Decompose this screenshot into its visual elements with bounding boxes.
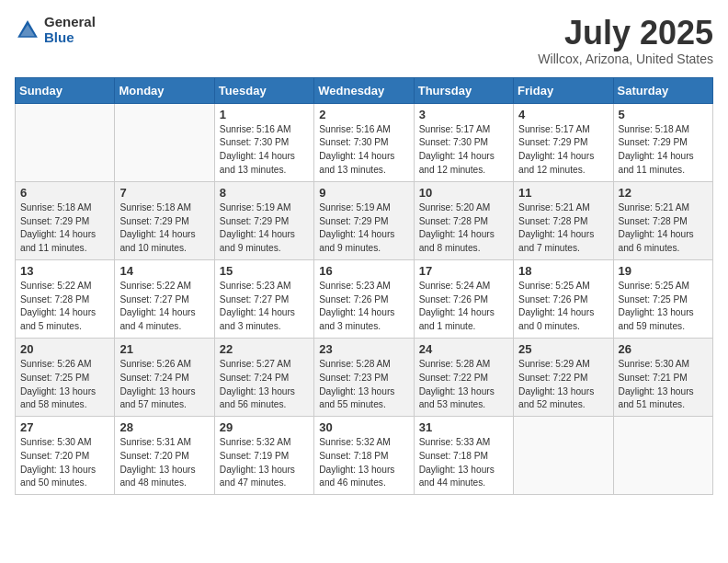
calendar-cell: 7Sunrise: 5:18 AM Sunset: 7:29 PM Daylig… — [115, 181, 214, 259]
day-info: Sunrise: 5:19 AM Sunset: 7:29 PM Dayligh… — [319, 201, 408, 256]
day-number: 28 — [119, 420, 209, 434]
day-info: Sunrise: 5:29 AM Sunset: 7:22 PM Dayligh… — [518, 358, 608, 412]
calendar-cell: 2Sunrise: 5:16 AM Sunset: 7:30 PM Daylig… — [314, 103, 414, 181]
day-number: 22 — [220, 342, 309, 356]
day-number: 18 — [518, 264, 608, 278]
calendar-week-row: 1Sunrise: 5:16 AM Sunset: 7:30 PM Daylig… — [16, 103, 713, 181]
day-number: 14 — [119, 264, 209, 278]
calendar-cell: 4Sunrise: 5:17 AM Sunset: 7:29 PM Daylig… — [514, 103, 613, 181]
day-number: 21 — [119, 342, 209, 356]
day-info: Sunrise: 5:25 AM Sunset: 7:26 PM Dayligh… — [518, 280, 608, 334]
day-info: Sunrise: 5:33 AM Sunset: 7:18 PM Dayligh… — [419, 436, 508, 490]
calendar-cell: 11Sunrise: 5:21 AM Sunset: 7:28 PM Dayli… — [514, 181, 613, 259]
day-number: 30 — [319, 420, 408, 434]
calendar-cell: 19Sunrise: 5:25 AM Sunset: 7:25 PM Dayli… — [613, 259, 712, 338]
day-info: Sunrise: 5:20 AM Sunset: 7:28 PM Dayligh… — [419, 201, 508, 256]
calendar-cell — [613, 417, 712, 495]
calendar-cell: 10Sunrise: 5:20 AM Sunset: 7:28 PM Dayli… — [414, 181, 513, 259]
calendar-header-monday: Monday — [115, 77, 214, 103]
location-text: Willcox, Arizona, United States — [538, 52, 713, 66]
day-number: 3 — [419, 108, 508, 121]
day-info: Sunrise: 5:21 AM Sunset: 7:28 PM Dayligh… — [518, 201, 608, 256]
day-info: Sunrise: 5:26 AM Sunset: 7:25 PM Dayligh… — [20, 358, 109, 412]
calendar-cell: 23Sunrise: 5:28 AM Sunset: 7:23 PM Dayli… — [314, 338, 414, 416]
day-number: 8 — [220, 186, 309, 200]
calendar-cell: 24Sunrise: 5:28 AM Sunset: 7:22 PM Dayli… — [414, 338, 513, 416]
page-header: General Blue July 2025 Willcox, Arizona,… — [15, 15, 713, 66]
day-number: 2 — [319, 108, 408, 121]
month-title: July 2025 — [538, 15, 713, 52]
day-number: 20 — [20, 342, 109, 356]
day-info: Sunrise: 5:23 AM Sunset: 7:26 PM Dayligh… — [319, 280, 408, 334]
calendar-cell: 28Sunrise: 5:31 AM Sunset: 7:20 PM Dayli… — [115, 417, 214, 495]
logo-text: General Blue — [44, 15, 96, 45]
calendar-cell — [16, 103, 115, 181]
day-info: Sunrise: 5:30 AM Sunset: 7:21 PM Dayligh… — [619, 358, 708, 412]
calendar-cell: 29Sunrise: 5:32 AM Sunset: 7:19 PM Dayli… — [214, 417, 313, 495]
calendar-header-wednesday: Wednesday — [314, 77, 414, 103]
day-info: Sunrise: 5:28 AM Sunset: 7:23 PM Dayligh… — [319, 358, 408, 412]
day-number: 25 — [518, 342, 608, 356]
day-number: 27 — [20, 420, 109, 434]
calendar-cell: 27Sunrise: 5:30 AM Sunset: 7:20 PM Dayli… — [16, 417, 115, 495]
day-info: Sunrise: 5:17 AM Sunset: 7:30 PM Dayligh… — [419, 123, 508, 178]
calendar-cell: 8Sunrise: 5:19 AM Sunset: 7:29 PM Daylig… — [214, 181, 313, 259]
day-info: Sunrise: 5:18 AM Sunset: 7:29 PM Dayligh… — [20, 201, 109, 256]
calendar-week-row: 6Sunrise: 5:18 AM Sunset: 7:29 PM Daylig… — [16, 181, 713, 259]
calendar-header-friday: Friday — [514, 77, 613, 103]
calendar-cell: 26Sunrise: 5:30 AM Sunset: 7:21 PM Dayli… — [613, 338, 712, 416]
day-number: 9 — [319, 186, 408, 200]
day-info: Sunrise: 5:31 AM Sunset: 7:20 PM Dayligh… — [119, 436, 209, 490]
calendar-header-row: SundayMondayTuesdayWednesdayThursdayFrid… — [16, 77, 713, 103]
calendar-week-row: 27Sunrise: 5:30 AM Sunset: 7:20 PM Dayli… — [16, 417, 713, 495]
calendar-cell: 22Sunrise: 5:27 AM Sunset: 7:24 PM Dayli… — [214, 338, 313, 416]
day-number: 31 — [419, 420, 508, 434]
day-info: Sunrise: 5:17 AM Sunset: 7:29 PM Dayligh… — [518, 123, 608, 178]
calendar-header-saturday: Saturday — [613, 77, 712, 103]
day-info: Sunrise: 5:24 AM Sunset: 7:26 PM Dayligh… — [419, 280, 508, 334]
day-number: 19 — [619, 264, 708, 278]
day-info: Sunrise: 5:19 AM Sunset: 7:29 PM Dayligh… — [220, 201, 309, 256]
calendar-cell — [115, 103, 214, 181]
day-info: Sunrise: 5:32 AM Sunset: 7:19 PM Dayligh… — [220, 436, 309, 490]
calendar-cell: 5Sunrise: 5:18 AM Sunset: 7:29 PM Daylig… — [613, 103, 712, 181]
calendar-cell: 20Sunrise: 5:26 AM Sunset: 7:25 PM Dayli… — [16, 338, 115, 416]
day-info: Sunrise: 5:28 AM Sunset: 7:22 PM Dayligh… — [419, 358, 508, 412]
calendar-cell: 12Sunrise: 5:21 AM Sunset: 7:28 PM Dayli… — [613, 181, 712, 259]
day-info: Sunrise: 5:16 AM Sunset: 7:30 PM Dayligh… — [319, 123, 408, 178]
logo-blue-text: Blue — [44, 30, 96, 46]
day-info: Sunrise: 5:22 AM Sunset: 7:28 PM Dayligh… — [20, 280, 109, 334]
calendar-cell: 6Sunrise: 5:18 AM Sunset: 7:29 PM Daylig… — [16, 181, 115, 259]
calendar-cell: 16Sunrise: 5:23 AM Sunset: 7:26 PM Dayli… — [314, 259, 414, 338]
day-number: 13 — [20, 264, 109, 278]
calendar-table: SundayMondayTuesdayWednesdayThursdayFrid… — [15, 77, 713, 496]
day-number: 6 — [20, 186, 109, 200]
calendar-week-row: 13Sunrise: 5:22 AM Sunset: 7:28 PM Dayli… — [16, 259, 713, 338]
calendar-cell — [514, 417, 613, 495]
day-number: 23 — [319, 342, 408, 356]
calendar-cell: 1Sunrise: 5:16 AM Sunset: 7:30 PM Daylig… — [214, 103, 313, 181]
day-number: 5 — [619, 108, 708, 121]
calendar-cell: 31Sunrise: 5:33 AM Sunset: 7:18 PM Dayli… — [414, 417, 513, 495]
day-number: 29 — [220, 420, 309, 434]
calendar-cell: 25Sunrise: 5:29 AM Sunset: 7:22 PM Dayli… — [514, 338, 613, 416]
day-number: 1 — [220, 108, 309, 121]
day-info: Sunrise: 5:26 AM Sunset: 7:24 PM Dayligh… — [119, 358, 209, 412]
calendar-cell: 17Sunrise: 5:24 AM Sunset: 7:26 PM Dayli… — [414, 259, 513, 338]
calendar-header-thursday: Thursday — [414, 77, 513, 103]
calendar-cell: 3Sunrise: 5:17 AM Sunset: 7:30 PM Daylig… — [414, 103, 513, 181]
day-number: 24 — [419, 342, 508, 356]
day-info: Sunrise: 5:30 AM Sunset: 7:20 PM Dayligh… — [20, 436, 109, 490]
title-block: July 2025 Willcox, Arizona, United State… — [538, 15, 713, 66]
calendar-cell: 13Sunrise: 5:22 AM Sunset: 7:28 PM Dayli… — [16, 259, 115, 338]
day-info: Sunrise: 5:27 AM Sunset: 7:24 PM Dayligh… — [220, 358, 309, 412]
calendar-cell: 14Sunrise: 5:22 AM Sunset: 7:27 PM Dayli… — [115, 259, 214, 338]
calendar-header-tuesday: Tuesday — [214, 77, 313, 103]
day-number: 17 — [419, 264, 508, 278]
calendar-header-sunday: Sunday — [16, 77, 115, 103]
day-number: 7 — [119, 186, 209, 200]
day-number: 26 — [619, 342, 708, 356]
day-number: 10 — [419, 186, 508, 200]
day-info: Sunrise: 5:18 AM Sunset: 7:29 PM Dayligh… — [619, 123, 708, 178]
day-info: Sunrise: 5:23 AM Sunset: 7:27 PM Dayligh… — [220, 280, 309, 334]
